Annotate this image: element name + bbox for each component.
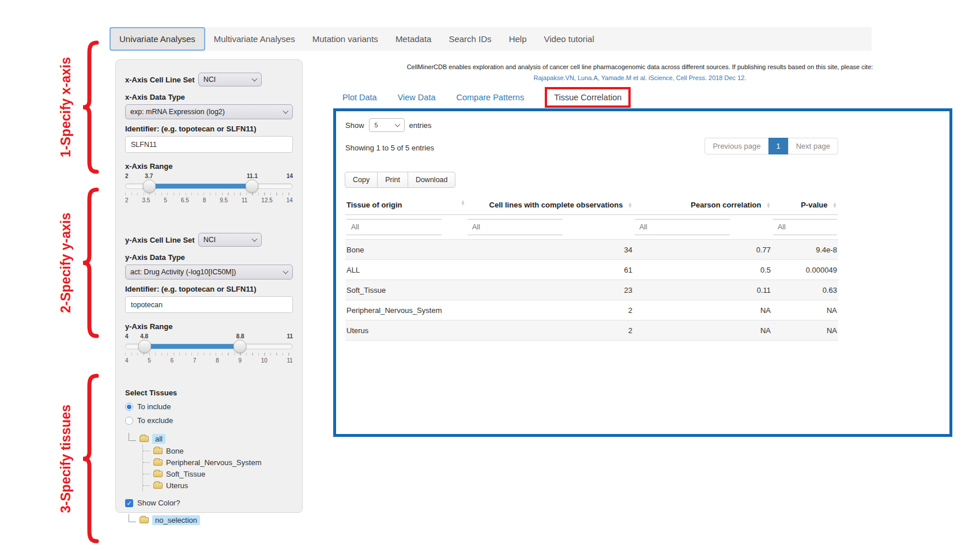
nav-multivariate-analyses[interactable]: Multivariate Analyses <box>205 27 304 51</box>
next-page-button[interactable]: Next page <box>788 138 838 154</box>
filter-tissue-input[interactable] <box>346 219 442 235</box>
nav-mutation-variants[interactable]: Mutation variants <box>304 27 387 51</box>
show-label: Show <box>345 121 364 130</box>
nav-metadata[interactable]: Metadata <box>387 27 440 51</box>
tree-node-label: Bone <box>166 447 183 455</box>
sort-icon[interactable]: ▲▼ <box>461 201 465 206</box>
x-axis-cell-line-set-select[interactable]: NCI <box>198 73 262 86</box>
tree-node-bone[interactable]: Bone <box>143 445 293 456</box>
x-slider-low-handle[interactable] <box>143 180 156 193</box>
red-highlight-box: Tissue Correlation <box>545 87 631 108</box>
tree-node-no-selection[interactable]: no_selection <box>129 514 293 526</box>
sort-icon[interactable]: ▲▼ <box>766 203 771 209</box>
x-axis-data-type-select[interactable]: exp: mRNA Expression (log2) <box>125 104 293 119</box>
y-slider-tick-labels: 4 5 6 7 8 9 10 11 <box>125 357 293 364</box>
pagination: Previous page 1 Next page <box>345 138 838 154</box>
nav-help[interactable]: Help <box>500 27 536 51</box>
copy-button[interactable]: Copy <box>345 172 378 188</box>
pearson-cell: 0.77 <box>634 240 772 260</box>
selection-tree: no_selection <box>129 514 293 526</box>
annotation-step1: 1-Specify x-axis <box>51 40 99 174</box>
pearson-cell: NA <box>634 320 772 341</box>
sort-icon[interactable]: ▲▼ <box>832 203 837 209</box>
pearson-cell: 0.5 <box>634 260 772 280</box>
cell-lines-cell: 61 <box>466 260 634 280</box>
y-axis-range-label: y-Axis Range <box>125 322 293 331</box>
citation-link[interactable]: Rajapakse.VN, Luna.A, Yamade.M et al. iS… <box>323 74 957 81</box>
cell-lines-cell: 2 <box>466 300 634 320</box>
page-1-button[interactable]: 1 <box>768 138 789 154</box>
annotation-step2: 2-Specify y-axis <box>51 187 99 338</box>
y-slider-low-handle[interactable] <box>138 340 151 353</box>
previous-page-button[interactable]: Previous page <box>704 138 768 154</box>
tab-compare-patterns[interactable]: Compare Patterns <box>456 93 524 102</box>
x-range-min-label: 2 <box>125 173 129 179</box>
print-button[interactable]: Print <box>377 172 408 188</box>
x-slider-high-handle[interactable] <box>246 180 259 193</box>
x-slider-track[interactable] <box>125 183 293 189</box>
column-header-label: Cell lines with complete observations <box>489 201 623 209</box>
table-row: Bone 34 0.77 9.4e-8 <box>345 240 838 260</box>
column-header-tissue-of-origin[interactable]: Tissue of origin ▲▼ <box>345 196 466 215</box>
tree-node-soft-tissue[interactable]: Soft_Tissue <box>143 468 293 480</box>
tick-label: 6 <box>171 357 174 364</box>
tree-connector-icon <box>143 474 150 474</box>
tab-plot-data[interactable]: Plot Data <box>342 93 377 102</box>
column-header-label: Tissue of origin <box>346 201 402 209</box>
tissue-tree: all Bone Peripheral_Nervous_System Soft_… <box>129 433 293 491</box>
entries-count-select[interactable]: 5 <box>369 118 405 132</box>
x-axis-cell-line-set-value: NCI <box>203 76 216 84</box>
tree-connector-icon <box>129 514 136 522</box>
y-slider-track[interactable] <box>125 344 293 349</box>
x-axis-range-slider[interactable]: 2 3.7 11.1 14 2 3.5 5 6.5 8 9.5 11 12.5 … <box>125 173 293 209</box>
y-axis-slider-labels: 4 4.8 8.8 11 <box>125 333 293 341</box>
tissues-include-radio[interactable]: To include <box>125 402 293 411</box>
tick-label: 7 <box>193 357 197 364</box>
tick-label: 9 <box>238 357 242 364</box>
column-header-pearson-correlation[interactable]: Pearson correlation ▲▼ <box>634 196 772 215</box>
filter-p-value-input[interactable] <box>773 219 837 235</box>
table-row: Uterus 2 NA NA <box>345 320 838 341</box>
pearson-cell: 0.11 <box>634 280 772 300</box>
table-row: Soft_Tissue 23 0.11 0.63 <box>345 280 838 300</box>
y-axis-cell-line-set-select[interactable]: NCI <box>198 233 262 247</box>
tick-label: 5 <box>148 357 151 364</box>
tree-node-no-selection-label: no_selection <box>152 515 200 525</box>
tissue-cell: ALL <box>345 260 466 280</box>
table-row: Peripheral_Nervous_System 2 NA NA <box>345 300 838 320</box>
y-axis-identifier-input[interactable] <box>125 296 293 313</box>
x-axis-cell-line-set-label: x-Axis Cell Line Set <box>125 76 195 84</box>
p-value-cell: NA <box>772 320 838 341</box>
tree-node-uterus[interactable]: Uterus <box>143 480 293 491</box>
nav-search-ids[interactable]: Search IDs <box>440 27 500 51</box>
sort-icon[interactable]: ▲▼ <box>628 203 632 209</box>
filter-pearson-input[interactable] <box>635 219 730 235</box>
filter-cell-lines-input[interactable] <box>468 219 563 235</box>
nav-univariate-analyses[interactable]: Univariate Analyses <box>110 27 205 51</box>
tab-view-data[interactable]: View Data <box>398 93 436 102</box>
tree-connector-icon <box>129 433 136 441</box>
tree-connector-icon <box>143 462 150 463</box>
y-slider-high-handle[interactable] <box>233 340 247 353</box>
y-axis-data-type-select[interactable]: act: Drug Activity (-log10[IC50M]) <box>125 265 293 280</box>
tree-node-peripheral-nervous-system[interactable]: Peripheral_Nervous_System <box>143 456 293 468</box>
show-color-checkbox[interactable]: ✓ Show Color? <box>125 499 293 507</box>
tab-tissue-correlation[interactable]: Tissue Correlation <box>554 93 621 102</box>
result-tabs: Plot Data View Data Compare Patterns Tis… <box>342 88 631 107</box>
p-value-cell: 0.000049 <box>772 260 838 280</box>
y-axis-data-type-value: act: Drug Activity (-log10[IC50M]) <box>130 268 236 276</box>
x-axis-identifier-input[interactable] <box>125 136 293 153</box>
x-slider-fill <box>149 184 252 188</box>
annotation-step1-label: 1-Specify x-axis <box>58 57 74 157</box>
red-bracket-icon <box>78 187 99 338</box>
tree-node-all[interactable]: all <box>129 433 293 445</box>
chevron-down-icon <box>251 76 257 82</box>
tissues-exclude-radio[interactable]: To exclude <box>125 416 293 425</box>
y-axis-range-slider[interactable]: 4 4.8 8.8 11 4 5 6 7 8 9 10 11 <box>125 333 293 369</box>
column-header-p-value[interactable]: P-value ▲▼ <box>772 196 838 215</box>
column-header-cell-lines[interactable]: Cell lines with complete observations ▲▼ <box>466 196 634 215</box>
include-radio-label: To include <box>137 402 171 411</box>
download-button[interactable]: Download <box>408 172 456 188</box>
nav-video-tutorial[interactable]: Video tutorial <box>535 27 602 51</box>
entries-label: entries <box>409 121 432 130</box>
